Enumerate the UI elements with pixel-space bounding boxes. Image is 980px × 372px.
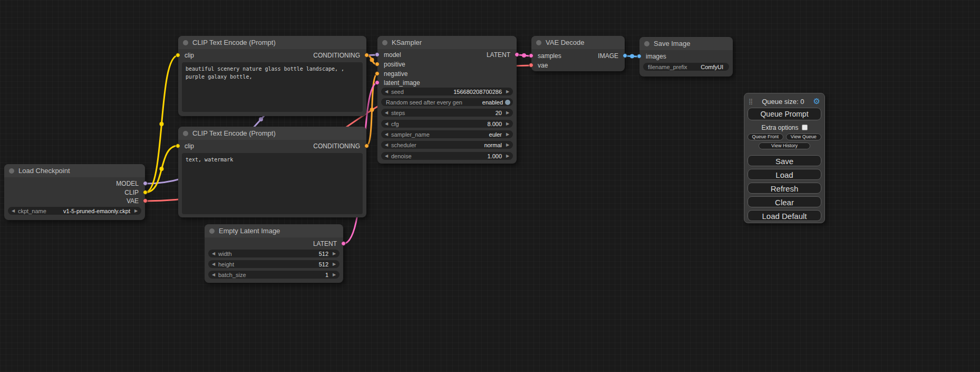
scheduler-widget[interactable]: ◀ scheduler normal ▶: [381, 141, 513, 149]
node-clip-text-encode-negative[interactable]: CLIP Text Encode (Prompt) clip CONDITION…: [178, 127, 366, 217]
clip-output-dot[interactable]: [143, 190, 148, 195]
refresh-button[interactable]: Refresh: [748, 183, 821, 194]
collapse-dot-icon[interactable]: [183, 131, 188, 136]
node-title-bar[interactable]: Load Checkpoint: [4, 164, 145, 177]
widget-label: seed: [391, 89, 404, 95]
vae-output-dot[interactable]: [143, 198, 148, 203]
positive-prompt-textarea[interactable]: beautiful scenery nature glass bottle la…: [182, 62, 363, 112]
collapse-dot-icon[interactable]: [536, 40, 541, 45]
input-label-images: images: [646, 53, 666, 60]
queue-front-button[interactable]: Queue Front: [748, 133, 783, 140]
queue-prompt-button[interactable]: Queue Prompt: [748, 108, 821, 120]
node-title: CLIP Text Encode (Prompt): [192, 129, 276, 137]
widget-label: cfg: [391, 121, 399, 127]
ckpt-name-widget[interactable]: ◀ ckpt_name v1-5-pruned-emaonly.ckpt ▶: [8, 207, 141, 215]
height-widget[interactable]: ◀ height 512 ▶: [208, 260, 339, 268]
node-title-bar[interactable]: Empty Latent Image: [205, 224, 343, 237]
prev-value-icon[interactable]: ◀: [211, 260, 216, 268]
node-empty-latent-image[interactable]: Empty Latent Image LATENT ◀ width 512 ▶ …: [205, 224, 343, 283]
node-title-bar[interactable]: CLIP Text Encode (Prompt): [178, 127, 366, 140]
next-value-icon[interactable]: ▶: [332, 260, 337, 268]
settings-gear-icon[interactable]: ⚙: [813, 97, 820, 106]
prev-value-icon[interactable]: ◀: [384, 152, 389, 160]
clip-input-dot[interactable]: [176, 53, 180, 58]
extra-options-checkbox[interactable]: [802, 125, 808, 130]
negative-prompt-textarea[interactable]: text, watermark: [182, 153, 363, 214]
collapse-dot-icon[interactable]: [209, 228, 215, 234]
widget-label: scheduler: [391, 142, 416, 148]
prev-value-icon[interactable]: ◀: [211, 250, 216, 257]
negative-input-dot[interactable]: [375, 71, 380, 76]
collapse-dot-icon[interactable]: [9, 168, 14, 174]
view-history-button[interactable]: View History: [759, 142, 810, 149]
clip-input-dot[interactable]: [176, 144, 180, 148]
next-value-icon[interactable]: ▶: [505, 88, 510, 96]
next-value-icon[interactable]: ▶: [505, 109, 510, 117]
widget-value: 1: [325, 272, 328, 278]
node-title-bar[interactable]: VAE Decode: [531, 36, 625, 49]
next-value-icon[interactable]: ▶: [505, 130, 510, 138]
save-button[interactable]: Save: [748, 155, 821, 166]
prev-value-icon[interactable]: ◀: [384, 88, 389, 96]
sampler-name-widget[interactable]: ◀ sampler_name euler ▶: [381, 130, 513, 138]
next-value-icon[interactable]: ▶: [505, 120, 510, 128]
next-value-icon[interactable]: ▶: [505, 141, 510, 149]
vae-input-dot[interactable]: [529, 63, 533, 68]
node-title-bar[interactable]: KSampler: [377, 36, 517, 49]
widget-label: denoise: [391, 153, 412, 159]
collapse-dot-icon[interactable]: [644, 41, 649, 46]
node-ksampler[interactable]: KSampler model LATENT positive negative …: [377, 36, 517, 164]
prev-value-icon[interactable]: ◀: [384, 120, 389, 128]
node-clip-text-encode-positive[interactable]: CLIP Text Encode (Prompt) clip CONDITION…: [178, 36, 366, 116]
steps-widget[interactable]: ◀ steps 20 ▶: [381, 109, 513, 117]
prev-value-icon[interactable]: ◀: [11, 207, 16, 215]
load-default-button[interactable]: Load Default: [748, 210, 821, 221]
latent-output-dot[interactable]: [515, 52, 519, 57]
collapse-dot-icon[interactable]: [382, 40, 387, 45]
prev-value-icon[interactable]: ◀: [211, 271, 216, 279]
node-vae-decode[interactable]: VAE Decode samples IMAGE vae: [531, 36, 625, 71]
node-graph-canvas[interactable]: Load Checkpoint MODEL CLIP VAE ◀ ckpt_na…: [0, 0, 980, 372]
node-title: KSampler: [392, 39, 422, 46]
images-input-dot[interactable]: [637, 54, 642, 59]
prev-value-icon[interactable]: ◀: [384, 109, 389, 117]
node-title-bar[interactable]: CLIP Text Encode (Prompt): [178, 36, 366, 49]
widget-value: normal: [484, 142, 502, 148]
widget-label: ckpt_name: [18, 208, 46, 214]
input-label-latent-image: latent_image: [384, 79, 420, 87]
filename-prefix-widget[interactable]: filename_prefix ComfyUI: [643, 63, 729, 71]
conditioning-output-dot[interactable]: [364, 53, 369, 58]
random-seed-toggle-widget[interactable]: Random seed after every gen enabled: [381, 98, 513, 106]
widget-value: 512: [319, 261, 328, 268]
output-label-conditioning: CONDITIONING: [313, 142, 360, 150]
seed-widget[interactable]: ◀ seed 156680208700286 ▶: [381, 88, 513, 96]
latent-image-input-dot[interactable]: [375, 80, 380, 85]
load-button[interactable]: Load: [748, 169, 821, 180]
denoise-widget[interactable]: ◀ denoise 1.000 ▶: [381, 152, 513, 160]
drag-handle-icon[interactable]: ⣿: [749, 98, 753, 105]
next-value-icon[interactable]: ▶: [133, 207, 139, 215]
positive-input-dot[interactable]: [375, 62, 380, 66]
view-queue-button[interactable]: View Queue: [786, 133, 822, 140]
node-load-checkpoint[interactable]: Load Checkpoint MODEL CLIP VAE ◀ ckpt_na…: [4, 164, 145, 220]
conditioning-output-dot[interactable]: [364, 144, 369, 148]
prev-value-icon[interactable]: ◀: [384, 141, 389, 149]
input-label-vae: vae: [538, 62, 548, 69]
next-value-icon[interactable]: ▶: [505, 152, 510, 160]
prev-value-icon[interactable]: ◀: [384, 130, 389, 138]
latent-output-dot[interactable]: [341, 241, 346, 246]
node-title-bar[interactable]: Save Image: [639, 37, 733, 50]
width-widget[interactable]: ◀ width 512 ▶: [208, 250, 339, 257]
node-save-image[interactable]: Save Image images filename_prefix ComfyU…: [639, 37, 733, 77]
model-input-dot[interactable]: [375, 52, 380, 57]
clear-button[interactable]: Clear: [748, 196, 821, 207]
next-value-icon[interactable]: ▶: [332, 250, 337, 257]
next-value-icon[interactable]: ▶: [332, 271, 337, 279]
batch-size-widget[interactable]: ◀ batch_size 1 ▶: [208, 271, 339, 279]
toggle-knob-icon[interactable]: [505, 100, 510, 105]
model-output-dot[interactable]: [143, 181, 148, 186]
samples-input-dot[interactable]: [529, 53, 533, 58]
collapse-dot-icon[interactable]: [183, 40, 188, 45]
cfg-widget[interactable]: ◀ cfg 8.000 ▶: [381, 120, 513, 128]
image-output-dot[interactable]: [623, 53, 627, 58]
